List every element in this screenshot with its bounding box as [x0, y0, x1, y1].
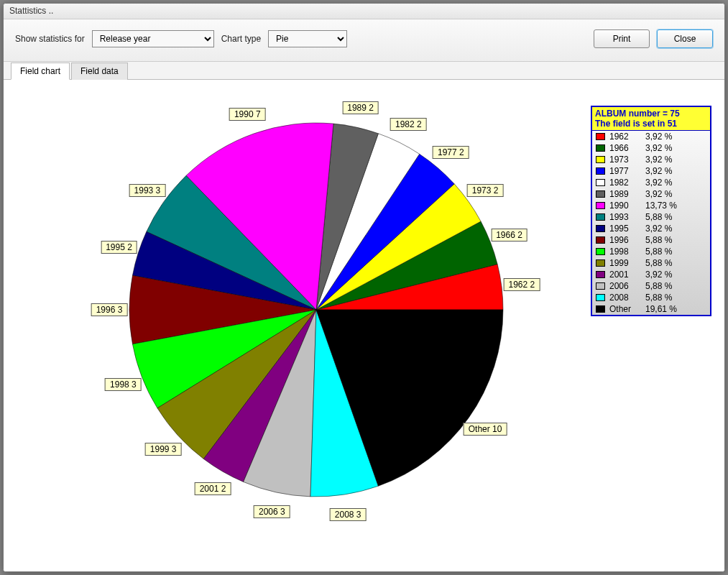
slice-label: 1999 3 [145, 443, 182, 456]
slice-label: 1966 2 [491, 229, 527, 242]
legend-swatch [596, 213, 605, 221]
slice-label: 1982 2 [390, 118, 427, 131]
legend-percent: 3,92 % [645, 224, 706, 234]
legend-name: 2001 [609, 270, 641, 280]
legend-percent: 3,92 % [645, 189, 706, 199]
legend-percent: 3,92 % [645, 270, 706, 280]
legend-name: 1996 [609, 235, 641, 245]
slice-label: 1962 2 [503, 278, 540, 291]
legend-swatch [596, 282, 605, 290]
legend-swatch [596, 259, 605, 267]
legend-percent: 5,88 % [645, 247, 706, 257]
legend-row: 19995,88 % [592, 257, 710, 269]
legend-swatch [596, 225, 605, 232]
statistics-window: Stattistics .. Show statistics for Relea… [3, 3, 725, 572]
legend-name: 1973 [609, 155, 641, 165]
legend-percent: 19,61 % [645, 304, 706, 314]
legend-swatch [596, 248, 605, 255]
legend-row: 20085,88 % [592, 292, 710, 303]
legend-swatch [596, 294, 605, 301]
tab-field-data[interactable]: Field data [71, 63, 128, 80]
legend-name: 1998 [609, 247, 641, 257]
stats-for-label: Show statistics for [15, 34, 85, 44]
legend-percent: 5,88 % [645, 281, 706, 291]
slice-label: Other 10 [464, 423, 507, 436]
legend-name: 1995 [609, 224, 641, 234]
legend-percent: 3,92 % [645, 132, 706, 142]
legend: ALBUM number = 75 The field is set in 51… [591, 106, 711, 316]
tab-field-chart[interactable]: Field chart [11, 63, 70, 80]
legend-percent: 5,88 % [645, 212, 706, 222]
legend-swatch [596, 156, 605, 163]
legend-row: Other19,61 % [592, 303, 710, 315]
legend-name: 2008 [609, 293, 641, 303]
slice-label: 2006 3 [254, 505, 290, 518]
legend-name: 1982 [609, 178, 641, 188]
legend-header-line2: The field is set in 51 [595, 119, 707, 129]
legend-swatch [596, 133, 605, 140]
legend-swatch [596, 144, 605, 152]
legend-row: 19953,92 % [592, 223, 710, 234]
legend-name: 1962 [609, 132, 641, 142]
legend-percent: 3,92 % [645, 166, 706, 176]
legend-name: 1989 [609, 189, 641, 199]
toolbar: Show statistics for Release year Chart t… [4, 19, 724, 62]
slice-label: 1973 2 [467, 184, 504, 197]
legend-row: 19965,88 % [592, 234, 710, 246]
legend-percent: 5,88 % [645, 293, 706, 303]
legend-name: 1966 [609, 143, 641, 153]
legend-swatch [596, 190, 605, 198]
stats-for-select[interactable]: Release year [92, 30, 214, 47]
chart-wrap: 1962 21966 21973 21977 21982 21989 21990… [4, 80, 724, 571]
legend-percent: 13,73 % [645, 201, 706, 211]
legend-percent: 3,92 % [645, 178, 706, 188]
legend-swatch [596, 179, 605, 186]
slice-label: 1993 3 [129, 184, 166, 197]
legend-row: 19893,92 % [592, 188, 710, 200]
legend-name: 1999 [609, 258, 641, 268]
legend-name: 2006 [609, 281, 641, 291]
legend-header: ALBUM number = 75 The field is set in 51 [592, 107, 710, 131]
slice-label: 1998 3 [105, 378, 142, 391]
legend-swatch [596, 202, 605, 209]
legend-percent: 3,92 % [645, 155, 706, 165]
legend-swatch [596, 236, 605, 244]
slice-label: 1989 2 [342, 101, 379, 114]
legend-name: 1993 [609, 212, 641, 222]
legend-swatch [596, 305, 605, 313]
legend-row: 19623,92 % [592, 131, 710, 142]
legend-row: 19985,88 % [592, 246, 710, 257]
legend-row: 19733,92 % [592, 154, 710, 165]
legend-row: 199013,73 % [592, 200, 710, 211]
legend-name: 1990 [609, 201, 641, 211]
legend-percent: 5,88 % [645, 258, 706, 268]
chart-type-select[interactable]: Pie [268, 30, 347, 47]
window-title: Stattistics .. [4, 4, 724, 19]
chart-type-label: Chart type [221, 34, 261, 44]
chart-content: 1962 21966 21973 21977 21982 21989 21990… [4, 80, 724, 571]
slice-label: 2008 3 [330, 508, 367, 521]
print-button[interactable]: Print [594, 29, 650, 48]
legend-row: 19935,88 % [592, 211, 710, 223]
tabs: Field chart Field data [4, 62, 724, 80]
legend-percent: 3,92 % [645, 143, 706, 153]
slice-label: 1990 7 [229, 108, 266, 121]
legend-row: 20065,88 % [592, 280, 710, 292]
legend-name: Other [609, 304, 641, 314]
legend-row: 20013,92 % [592, 269, 710, 280]
legend-percent: 5,88 % [645, 235, 706, 245]
slice-label: 1995 2 [101, 241, 137, 254]
slice-label: 1996 3 [91, 303, 128, 316]
legend-header-line1: ALBUM number = 75 [595, 109, 707, 119]
legend-row: 19663,92 % [592, 142, 710, 154]
legend-row: 19773,92 % [592, 165, 710, 177]
legend-row: 19823,92 % [592, 177, 710, 188]
legend-swatch [596, 271, 605, 278]
slice-label: 2001 2 [195, 482, 231, 495]
legend-swatch [596, 167, 605, 175]
close-button[interactable]: Close [657, 29, 713, 48]
slice-label: 1977 2 [433, 146, 469, 159]
legend-name: 1977 [609, 166, 641, 176]
